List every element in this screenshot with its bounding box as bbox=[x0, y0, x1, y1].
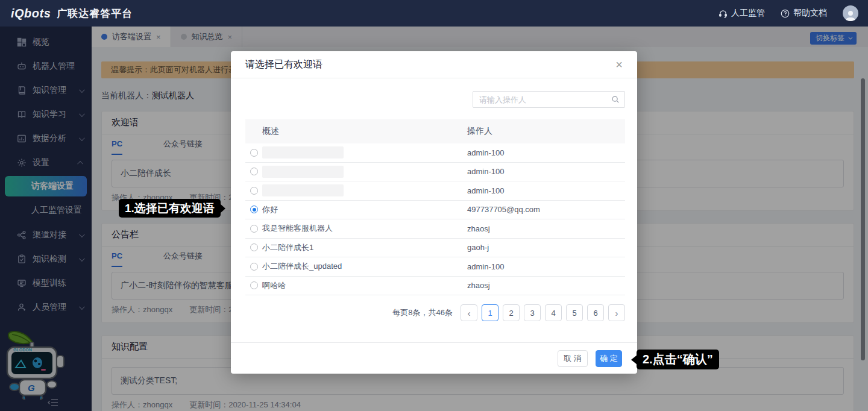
radio-button[interactable] bbox=[250, 149, 258, 157]
table-row[interactable]: 小二陪伴成长1 gaoh-j bbox=[245, 239, 625, 258]
prev-page-button[interactable]: ‹ bbox=[461, 304, 477, 321]
radio-button[interactable] bbox=[250, 187, 258, 195]
redacted-content bbox=[262, 146, 344, 158]
page-button-6[interactable]: 6 bbox=[587, 304, 604, 321]
brand-logo: iQbots 广联达睿答平台 bbox=[0, 7, 133, 20]
table-row[interactable]: 啊哈哈 zhaosj bbox=[245, 277, 625, 296]
table-row[interactable]: 我是智能客服机器人 zhaosj bbox=[245, 219, 625, 239]
pagination-summary: 每页8条，共46条 bbox=[392, 307, 453, 318]
page-button-2[interactable]: 2 bbox=[503, 304, 520, 321]
welcome-message-table: 概述 操作人 admin-100 admin-100 admin-100 你好 bbox=[245, 119, 625, 295]
page-button-4[interactable]: 4 bbox=[545, 304, 562, 321]
pagination: 每页8条，共46条 ‹ 1 2 3 4 5 6 › bbox=[392, 304, 625, 321]
radio-button[interactable] bbox=[250, 168, 258, 175]
confirm-button[interactable]: 确 定 bbox=[596, 350, 622, 367]
table-row[interactable]: admin-100 bbox=[245, 143, 625, 163]
table-row[interactable]: 小二陪伴成长_updated admin-100 bbox=[245, 257, 625, 277]
modal-title: 请选择已有欢迎语 bbox=[245, 58, 322, 71]
radio-button[interactable] bbox=[250, 225, 258, 233]
page-button-1[interactable]: 1 bbox=[482, 304, 498, 321]
operator-search-input[interactable] bbox=[473, 95, 611, 104]
page-button-5[interactable]: 5 bbox=[566, 304, 583, 321]
column-header-operator: 操作人 bbox=[467, 126, 625, 137]
page-scrollbar[interactable] bbox=[861, 78, 865, 360]
column-header-summary: 概述 bbox=[262, 126, 467, 137]
redacted-content bbox=[262, 166, 344, 178]
product-name: 广联达睿答平台 bbox=[57, 7, 133, 20]
help-docs-link[interactable]: 帮助文档 bbox=[781, 8, 827, 19]
page-button-3[interactable]: 3 bbox=[524, 304, 541, 321]
select-welcome-modal: 请选择已有欢迎语 × 概述 操作人 admin-100 ad bbox=[231, 51, 637, 374]
headset-icon bbox=[719, 9, 728, 18]
user-avatar[interactable] bbox=[843, 5, 858, 21]
close-icon[interactable]: × bbox=[615, 58, 623, 71]
logo-text: iQbots bbox=[11, 7, 51, 20]
operator-search-box bbox=[473, 91, 625, 108]
annotation-step2: 2.点击“确认” bbox=[637, 350, 719, 369]
radio-button[interactable] bbox=[250, 281, 258, 289]
cancel-button[interactable]: 取 消 bbox=[558, 350, 588, 367]
top-header: iQbots 广联达睿答平台 人工监管 帮助文档 bbox=[0, 0, 868, 27]
radio-button[interactable] bbox=[250, 243, 258, 251]
table-row[interactable]: admin-100 bbox=[245, 163, 625, 182]
radio-button-selected[interactable] bbox=[250, 206, 258, 213]
table-row-selected[interactable]: 你好 497737705@qq.com bbox=[245, 201, 625, 220]
question-icon bbox=[781, 9, 790, 18]
table-row[interactable]: admin-100 bbox=[245, 181, 625, 201]
manual-supervision-link[interactable]: 人工监管 bbox=[719, 8, 765, 19]
app-screen: iQbots 广联达睿答平台 人工监管 帮助文档 概览 bbox=[0, 0, 868, 411]
radio-button[interactable] bbox=[250, 263, 258, 271]
search-icon bbox=[611, 95, 620, 104]
table-header-row: 概述 操作人 bbox=[245, 119, 625, 143]
next-page-button[interactable]: › bbox=[608, 304, 625, 321]
redacted-content bbox=[262, 184, 344, 196]
annotation-step1: 1.选择已有欢迎语 bbox=[119, 199, 221, 218]
